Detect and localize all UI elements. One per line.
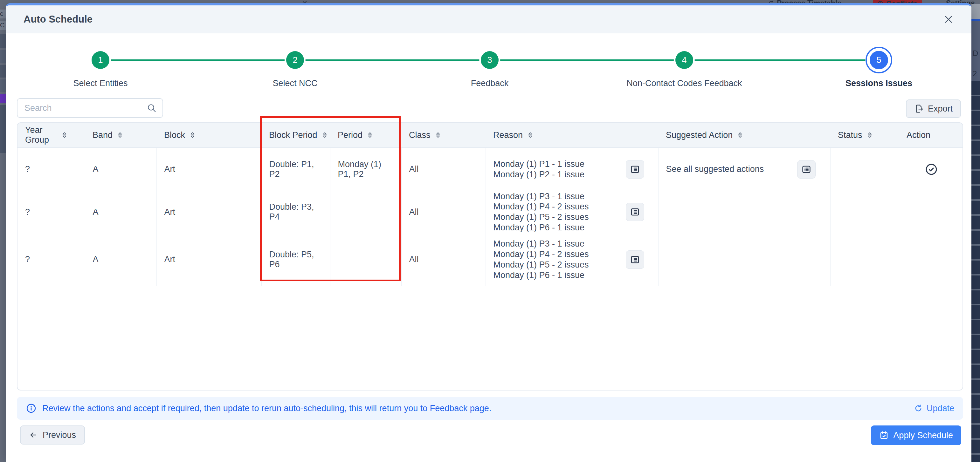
close-button[interactable] xyxy=(943,14,954,24)
arrow-left-icon xyxy=(29,430,38,440)
cell-action xyxy=(899,233,963,286)
column-header-class[interactable]: Class xyxy=(401,123,485,148)
step-number-badge: 4 xyxy=(675,51,693,69)
step-label: Select NCC xyxy=(206,78,384,88)
info-icon xyxy=(26,403,37,414)
reason-details-button[interactable] xyxy=(626,250,644,269)
auto-schedule-modal: Auto Schedule 1 Select Entities 2 Select… xyxy=(6,3,971,462)
cell-band: A xyxy=(85,148,156,191)
sessions-issues-table: Year Group Band Block Block Period Perio… xyxy=(17,122,963,391)
cell-suggested-action xyxy=(658,191,830,233)
apply-schedule-label: Apply Schedule xyxy=(893,430,953,440)
background-fragment: D xyxy=(973,49,978,58)
cell-suggested-action xyxy=(658,233,830,286)
sort-icon xyxy=(61,131,67,139)
cell-suggested-action: See all suggested actions xyxy=(658,148,830,191)
sort-icon xyxy=(737,131,743,139)
background-fragment: 2 xyxy=(973,69,977,78)
sort-icon xyxy=(527,131,533,139)
step-feedback[interactable]: 3 Feedback xyxy=(401,43,579,88)
column-header-action: Action xyxy=(899,123,963,148)
cell-block: Art xyxy=(156,191,261,233)
sort-icon xyxy=(867,131,873,139)
info-text: Review the actions and accept if require… xyxy=(42,403,491,413)
background-fragment: C xyxy=(0,21,6,30)
cell-block: Art xyxy=(156,233,261,286)
step-number-badge: 5 xyxy=(870,51,888,69)
table-row: ? A Art Double: P1, P2 Monday (1) P1, P2… xyxy=(18,148,963,191)
cell-period xyxy=(330,233,401,286)
sort-icon xyxy=(322,131,328,139)
reason-details-button[interactable] xyxy=(626,160,644,179)
previous-button[interactable]: Previous xyxy=(20,425,85,445)
search-icon xyxy=(146,103,157,113)
background-row xyxy=(0,34,6,48)
cell-reason: Monday (1) P1 - 1 issue Monday (1) P2 - … xyxy=(485,148,658,191)
export-icon xyxy=(914,104,924,113)
column-header-status[interactable]: Status xyxy=(830,123,899,148)
cell-band: A xyxy=(85,233,156,286)
step-label: Select Entities xyxy=(11,78,189,88)
apply-schedule-button[interactable]: Apply Schedule xyxy=(871,425,961,445)
table-row: ? A Art Double: P5, P6 All Monday (1) P3… xyxy=(18,233,963,286)
suggested-action-text: See all suggested actions xyxy=(666,164,764,174)
list-box-icon xyxy=(630,254,640,265)
step-select-ncc[interactable]: 2 Select NCC xyxy=(206,43,384,88)
reason-details-button[interactable] xyxy=(626,203,644,221)
page-title: Auto Schedule xyxy=(24,14,92,25)
update-button[interactable]: Update xyxy=(914,403,954,413)
list-box-icon xyxy=(801,164,811,175)
background-row xyxy=(0,79,6,92)
step-non-contact-codes-feedback[interactable]: 4 Non-Contact Codes Feedback xyxy=(595,43,773,88)
sort-icon xyxy=(367,131,373,139)
cell-class: All xyxy=(401,191,485,233)
cell-block-period: Double: P5, P6 xyxy=(261,233,330,286)
background-right-strip: D 2 xyxy=(971,4,980,462)
active-step-ring: 5 xyxy=(865,47,892,73)
cell-year-group: ? xyxy=(18,148,85,191)
cell-class: All xyxy=(401,148,485,191)
column-header-year-group[interactable]: Year Group xyxy=(18,123,85,148)
background-purple-row xyxy=(0,94,6,103)
cell-year-group: ? xyxy=(18,233,85,286)
reason-text: Monday (1) P1 - 1 issue Monday (1) P2 - … xyxy=(493,159,585,180)
table-header: Year Group Band Block Block Period Perio… xyxy=(18,123,963,148)
cell-period xyxy=(330,191,401,233)
search-box xyxy=(17,98,163,118)
background-row xyxy=(0,65,6,78)
step-label: Sessions Issues xyxy=(790,78,968,88)
background-timetable-pattern xyxy=(971,81,980,462)
column-header-block-period[interactable]: Block Period xyxy=(261,123,330,148)
refresh-icon xyxy=(914,404,923,413)
cell-reason: Monday (1) P3 - 1 issue Monday (1) P4 - … xyxy=(485,191,658,233)
step-label: Non-Contact Codes Feedback xyxy=(595,78,773,88)
step-number-badge: 3 xyxy=(481,51,499,69)
calendar-check-icon xyxy=(879,430,889,440)
background-row xyxy=(0,105,6,153)
cell-band: A xyxy=(85,191,156,233)
column-header-block[interactable]: Block xyxy=(156,123,261,148)
cell-action xyxy=(899,148,963,191)
export-button[interactable]: Export xyxy=(906,100,961,118)
cell-status xyxy=(830,191,899,233)
column-header-period[interactable]: Period xyxy=(330,123,401,148)
reason-text: Monday (1) P3 - 1 issue Monday (1) P4 - … xyxy=(493,191,589,233)
suggested-action-details-button[interactable] xyxy=(797,160,816,179)
step-number-badge: 2 xyxy=(286,51,304,69)
column-header-suggested-action[interactable]: Suggested Action xyxy=(658,123,830,148)
list-box-icon xyxy=(630,164,640,175)
circle-check-icon[interactable] xyxy=(925,163,938,176)
sort-icon xyxy=(117,131,123,139)
column-header-reason[interactable]: Reason xyxy=(485,123,658,148)
step-label: Feedback xyxy=(401,78,579,88)
update-label: Update xyxy=(927,403,954,413)
step-select-entities[interactable]: 1 Select Entities xyxy=(11,43,189,88)
export-label: Export xyxy=(928,104,953,114)
cell-block-period: Double: P1, P2 xyxy=(261,148,330,191)
background-row xyxy=(0,50,6,63)
step-sessions-issues[interactable]: 5 Sessions Issues xyxy=(790,43,968,88)
search-input[interactable] xyxy=(24,103,143,113)
screen: Process Timetable Conflicts Settings c C… xyxy=(0,0,980,462)
cell-status xyxy=(830,148,899,191)
column-header-band[interactable]: Band xyxy=(85,123,156,148)
